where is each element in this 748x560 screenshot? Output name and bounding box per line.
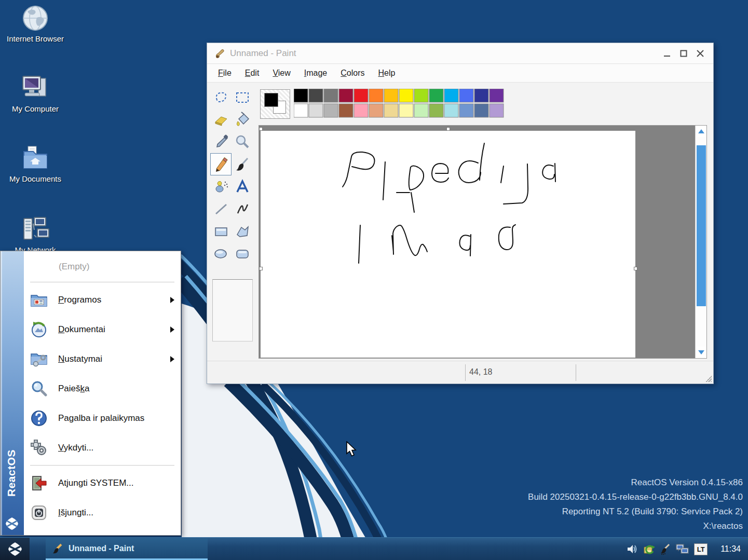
start-menu-item-programs[interactable]: Programos [24, 285, 181, 315]
start-menu-item-documents[interactable]: Dokumentai [24, 315, 181, 344]
tool-options-box[interactable] [212, 279, 253, 342]
menu-colors[interactable]: Colors [334, 66, 371, 80]
desktop-icon-my-documents[interactable]: My Documents [4, 144, 66, 184]
os-version-info: ReactOS Version 0.4.15-x86 Build 2025032… [528, 475, 743, 534]
mouse-cursor [346, 441, 359, 458]
canvas-resize-handle[interactable] [446, 127, 450, 131]
brush-icon [234, 156, 251, 173]
cursor-coordinates: 44, 18 [469, 367, 492, 377]
scroll-down-button[interactable] [696, 347, 706, 358]
palette-swatch [369, 89, 383, 102]
network-tray-icon[interactable] [676, 543, 689, 555]
tool-color-picker[interactable] [210, 131, 232, 153]
submenu-arrow-icon [170, 326, 174, 333]
start-menu-item-run[interactable]: Vykdyti... [24, 433, 181, 462]
tool-brush[interactable] [232, 153, 253, 175]
desktop-icon-internet-browser[interactable]: Internet Browser [4, 4, 66, 44]
minimize-button[interactable] [659, 47, 675, 60]
palette-swatch [309, 104, 323, 117]
canvas-scroll-area [259, 125, 707, 359]
scroll-up-button[interactable] [696, 126, 706, 137]
start-menu-item-help[interactable]: Pagalba ir palaikymas [24, 403, 181, 433]
menu-view[interactable]: View [266, 66, 297, 80]
menu-image[interactable]: Image [297, 66, 334, 80]
version-line: Build 20250321-0.4.15-release-0-g22fb3bb… [528, 490, 743, 504]
tool-airbrush[interactable] [210, 175, 232, 198]
task-button-label: Unnamed - Paint [69, 544, 134, 553]
start-menu-item-shutdown[interactable]: Išjungti... [24, 498, 181, 527]
desktop-icon-my-computer[interactable]: My Computer [4, 74, 66, 114]
computer-icon [21, 74, 50, 102]
pencil-icon [212, 156, 230, 173]
paint-window: Unnamed - Paint File Edit View Image Col… [207, 43, 714, 384]
close-icon [697, 50, 704, 57]
palette-swatch [444, 104, 458, 117]
maximize-icon [680, 50, 687, 57]
title-bar[interactable]: Unnamed - Paint [207, 43, 713, 64]
tool-rounded-rectangle[interactable] [232, 242, 253, 265]
canvas-resize-handle[interactable] [259, 127, 263, 131]
window-resize-grip[interactable] [705, 376, 712, 382]
vertical-scrollbar[interactable] [695, 126, 706, 358]
close-button[interactable] [692, 47, 708, 60]
reactos-branding: ReactOS [1, 429, 22, 497]
canvas-resize-handle[interactable] [634, 267, 637, 270]
tool-text[interactable] [232, 175, 253, 198]
desktop-icon-label: Internet Browser [4, 34, 66, 44]
status-bar: 44, 18 [207, 361, 713, 384]
tool-polygon[interactable] [232, 220, 253, 242]
language-indicator[interactable]: LT [694, 543, 708, 555]
menu-file[interactable]: File [211, 66, 238, 80]
version-line: ReactOS Version 0.4.15-x86 [528, 475, 743, 490]
palette-swatch [399, 89, 413, 102]
foreground-color-swatch [264, 93, 278, 107]
tool-magnifier[interactable] [232, 131, 253, 153]
text-tool-icon [234, 178, 251, 196]
brush-tray-icon[interactable] [660, 543, 671, 555]
color-indicator[interactable] [260, 89, 290, 119]
update-tray-icon[interactable] [643, 543, 655, 555]
eraser-icon [212, 111, 230, 129]
palette-swatch [294, 104, 308, 117]
paint-canvas[interactable] [261, 131, 635, 358]
start-menu-item-settings[interactable]: Nustatymai [24, 344, 181, 374]
tool-rectangle[interactable] [210, 220, 232, 242]
menu-bar: File Edit View Image Colors Help [207, 64, 713, 83]
reactos-logo-icon [5, 516, 19, 531]
menu-help[interactable]: Help [372, 66, 402, 80]
palette-swatch [294, 89, 308, 102]
freehand-drawing [261, 131, 635, 358]
taskbar-clock[interactable]: 11:34 [720, 544, 741, 554]
maximize-button[interactable] [676, 47, 691, 60]
arrow-up-icon [698, 129, 704, 133]
canvas-resize-handle[interactable] [259, 267, 263, 270]
palette-swatch [459, 89, 473, 102]
line-tool-icon [212, 200, 230, 218]
tool-line[interactable] [210, 198, 232, 220]
color-palette[interactable] [294, 89, 505, 119]
tool-fill[interactable] [232, 108, 253, 131]
palette-swatch [324, 89, 338, 102]
airbrush-icon [212, 178, 230, 196]
volume-icon[interactable] [627, 543, 638, 555]
tool-ellipse[interactable] [210, 242, 232, 265]
scrollbar-thumb[interactable] [697, 145, 706, 306]
tool-eraser[interactable] [210, 108, 232, 131]
tool-curve[interactable] [232, 198, 253, 220]
start-menu-item-logoff[interactable]: Atjungti SYSTEM... [24, 468, 181, 498]
desktop-icon-label: My Documents [4, 174, 66, 184]
globe-icon [21, 4, 49, 32]
start-menu-item-search[interactable]: Paieška [24, 374, 181, 403]
tool-free-form-select[interactable] [210, 86, 232, 108]
tool-select[interactable] [232, 86, 253, 108]
curve-tool-icon [234, 200, 251, 218]
taskbar-task-paint[interactable]: Unnamed - Paint [46, 538, 208, 560]
rect-select-icon [234, 89, 251, 106]
taskbar: Unnamed - Paint LT 11:34 [0, 537, 748, 560]
start-button[interactable] [0, 538, 30, 560]
menu-edit[interactable]: Edit [238, 66, 266, 80]
magnifier-icon [234, 133, 251, 151]
start-menu-separator [30, 282, 174, 282]
rounded-rectangle-tool-icon [234, 245, 251, 263]
tool-pencil[interactable] [210, 153, 232, 175]
